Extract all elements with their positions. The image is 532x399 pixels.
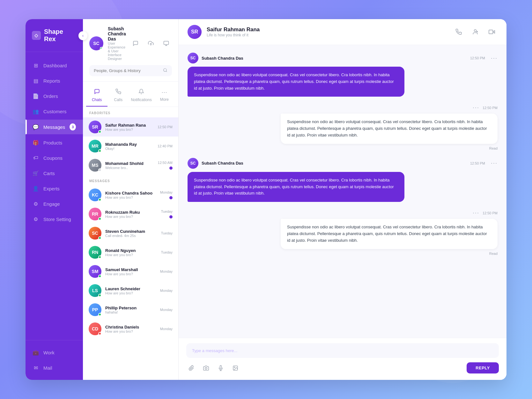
sidebar-item-dashboard[interactable]: ⊞ Dashboard — [26, 58, 83, 72]
contact-meta: Tueday — [161, 231, 173, 235]
contact-info: Christina Daniels How are you bro? — [105, 325, 156, 333]
search-input[interactable] — [94, 68, 160, 73]
sidebar-item-coupons[interactable]: 🏷 Coupons — [26, 151, 83, 165]
voice-call-button[interactable] — [453, 26, 464, 38]
add-user-button[interactable] — [469, 26, 481, 38]
contact-time: 12:50 AM — [158, 161, 173, 165]
contact-name: Christina Daniels — [105, 325, 156, 329]
favorite-item-saifur[interactable]: SR Saifur Rahman Rana How are you bro? 1… — [83, 117, 178, 137]
contact-name: Mahananda Ray — [105, 142, 154, 147]
sidebar-item-mail[interactable]: ✉ Mail — [26, 361, 83, 375]
chat-header-avatar: SR — [188, 25, 202, 39]
contact-item-phillip[interactable]: PP Phillip Peterson hahaha! Monday — [83, 300, 178, 319]
contact-item-steven[interactable]: SC Steven Cunnineham Call ended- 4m 25s … — [83, 224, 178, 243]
read-status: Read — [489, 146, 498, 150]
store-setting-icon: ⚙ — [33, 216, 39, 222]
input-toolbar: REPLY — [186, 362, 499, 373]
contact-item-lauren[interactable]: LS Lauren Schneider How are you bro? Mon… — [83, 281, 178, 300]
sidebar-item-orders[interactable]: 📄 Orders — [26, 89, 83, 103]
upload-icon-btn[interactable] — [146, 38, 156, 48]
tab-calls[interactable]: Calls — [107, 86, 129, 107]
msg-sender-avatar: SC — [188, 53, 198, 63]
tab-more[interactable]: ⋯ More — [154, 86, 175, 107]
unread-dot — [169, 215, 173, 218]
contact-item-roknuzzam[interactable]: RR Roknuzzam Ruku How are you bro? Tueda… — [83, 204, 178, 224]
sidebar-item-engage[interactable]: ⚙ Engage — [26, 197, 83, 211]
camera-button[interactable] — [201, 363, 211, 373]
msg-options-btn[interactable]: ··· — [491, 55, 498, 62]
attachment-button[interactable] — [186, 363, 196, 373]
msg-options-btn-2[interactable]: ··· — [491, 160, 498, 166]
favorite-item-mohammad[interactable]: MS Mohammad Shohid Welcome bro.. 12:50 A… — [83, 156, 178, 175]
contact-name: Lauren Schneider — [105, 286, 156, 291]
coupons-icon: 🏷 — [33, 155, 39, 161]
active-bar — [26, 120, 27, 134]
contact-item-christina[interactable]: CD Christina Daniels How are you bro? Mo… — [83, 319, 178, 338]
sidebar-item-work[interactable]: 💼 Work — [26, 345, 83, 359]
contact-avatar: CD — [89, 322, 101, 335]
contact-name: Mohammad Shohid — [105, 161, 154, 166]
sidebar-item-label: Carts — [43, 171, 55, 176]
sidebar-item-reports[interactable]: ▤ Reports — [26, 74, 83, 88]
contact-item-kishore[interactable]: KC Kishore Chandra Sahoo How are you bro… — [83, 185, 178, 204]
contact-preview: Okay! — [105, 147, 154, 151]
orders-icon: 📄 — [33, 93, 39, 99]
contact-avatar: KC — [89, 188, 101, 201]
current-user-avatar: SC — [89, 36, 103, 50]
tab-chats[interactable]: Chats — [86, 86, 107, 107]
status-dot — [98, 313, 101, 316]
contact-time: Monday — [160, 289, 173, 292]
sidebar-item-messages[interactable]: 💬 Messages 3 — [26, 120, 83, 134]
contact-name: Roknuzzam Ruku — [105, 210, 157, 215]
sidebar-item-carts[interactable]: 🛒 Carts — [26, 166, 83, 180]
experts-icon: 👤 — [33, 185, 39, 192]
chat-header-actions — [453, 26, 498, 38]
status-dot — [98, 149, 101, 152]
svg-rect-1 — [164, 41, 168, 45]
reply-button[interactable]: REPLY — [467, 362, 499, 373]
image-button[interactable] — [230, 363, 240, 373]
contact-avatar: LS — [89, 284, 101, 297]
current-user-name: Subash Chandra Das — [108, 26, 126, 41]
contact-avatar: SR — [89, 121, 101, 133]
online-dot — [100, 47, 103, 50]
contact-info: Steven Cunnineham Call ended- 4m 25s — [105, 229, 157, 238]
contact-name: Kishore Chandra Sahoo — [105, 191, 156, 196]
contact-preview: How are you bro? — [105, 196, 156, 199]
monitor-icon-btn[interactable] — [161, 38, 171, 48]
sidebar-item-customers[interactable]: 👥 Customers — [26, 104, 83, 118]
contact-meta: Tueday — [161, 210, 173, 218]
msg-avatar-initials-2: SC — [188, 158, 198, 169]
calls-tab-icon — [115, 89, 121, 96]
products-icon: 🎁 — [33, 139, 39, 146]
contact-item-ronald[interactable]: RN Ronald Nguyen How are you bro? Tueday — [83, 243, 178, 262]
carts-icon: 🛒 — [33, 170, 39, 176]
search-icon[interactable] — [163, 68, 167, 73]
video-call-button[interactable] — [486, 26, 498, 38]
chat-header-status: Life is how you think of it — [207, 33, 260, 37]
contact-item-samuel[interactable]: SM Samuel Marshall How are you bro? Mond… — [83, 262, 178, 281]
header-action-icons — [130, 38, 187, 48]
tab-notifications[interactable]: Notifications — [129, 86, 153, 107]
sidebar-collapse-button[interactable]: ‹ — [78, 31, 87, 40]
chat-icon-btn[interactable] — [130, 38, 141, 48]
favorites-section-label: FABORITES — [83, 107, 178, 117]
message-input[interactable] — [192, 348, 493, 353]
middle-panel: SC Subash Chandra Das User Experience & … — [83, 19, 179, 380]
messages-icon: 💬 — [33, 124, 39, 130]
sidebar-item-store-setting[interactable]: ⚙ Store Setting — [26, 212, 83, 226]
microphone-button[interactable] — [216, 363, 226, 373]
contact-preview: How are you bro? — [105, 253, 157, 257]
sidebar-item-experts[interactable]: 👤 Experts — [26, 181, 83, 196]
msg-bubble-received: Suspendisse non odio ac libero volutpat … — [281, 114, 498, 144]
messages-section-label: MESSAGES — [83, 175, 178, 185]
favorite-item-mahananda[interactable]: MR Mahananda Ray Okay! 12:40 PM — [83, 137, 178, 156]
contact-meta: Monday — [160, 270, 173, 273]
contact-avatar: PP — [89, 303, 101, 316]
dashboard-icon: ⊞ — [33, 62, 39, 69]
contact-meta: 12:50 PM — [158, 125, 173, 129]
sidebar-item-products[interactable]: 🎁 Products — [26, 136, 83, 150]
contact-time: Monday — [160, 308, 173, 312]
user-info: Subash Chandra Das User Experience & Use… — [108, 26, 126, 61]
contact-avatar: RR — [89, 208, 101, 220]
